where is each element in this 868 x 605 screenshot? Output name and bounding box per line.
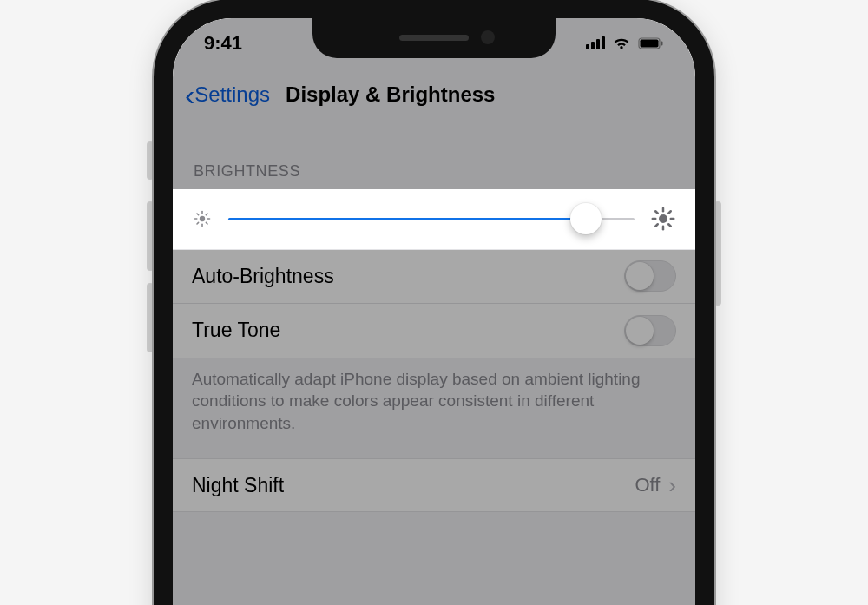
auto-brightness-toggle[interactable] xyxy=(624,260,676,292)
chevron-right-icon: › xyxy=(668,472,676,499)
battery-icon xyxy=(638,37,664,49)
svg-line-8 xyxy=(197,214,199,215)
svg-line-18 xyxy=(668,224,671,227)
auto-brightness-row[interactable]: Auto-Brightness xyxy=(173,250,695,304)
speaker-slot xyxy=(399,35,469,41)
svg-rect-2 xyxy=(661,41,663,45)
chevron-left-icon: ‹ xyxy=(185,80,194,109)
back-label: Settings xyxy=(194,82,270,107)
volume-up-button xyxy=(147,201,154,271)
svg-line-20 xyxy=(668,211,671,214)
svg-rect-1 xyxy=(641,39,659,47)
brightness-section-header: BRIGHTNESS xyxy=(173,122,695,189)
power-button xyxy=(714,201,721,306)
svg-line-17 xyxy=(655,211,658,214)
true-tone-footer: Automatically adapt iPhone display based… xyxy=(173,358,695,459)
status-right xyxy=(586,36,664,50)
slider-thumb[interactable] xyxy=(570,203,602,234)
auto-brightness-label: Auto-Brightness xyxy=(192,265,334,288)
svg-point-12 xyxy=(659,214,667,223)
notch xyxy=(312,18,556,58)
true-tone-row[interactable]: True Tone xyxy=(173,304,695,358)
cellular-signal-icon xyxy=(586,36,605,49)
back-button[interactable]: ‹ Settings xyxy=(185,80,270,109)
slider-fill xyxy=(228,218,586,220)
true-tone-label: True Tone xyxy=(192,319,280,342)
front-camera xyxy=(481,30,495,44)
svg-line-11 xyxy=(206,214,207,215)
svg-line-19 xyxy=(655,224,658,227)
status-time: 9:41 xyxy=(204,32,242,55)
svg-line-10 xyxy=(197,222,199,224)
brightness-slider[interactable] xyxy=(228,218,635,220)
night-shift-label: Night Shift xyxy=(192,474,284,497)
wifi-icon xyxy=(612,36,631,50)
night-shift-value: Off xyxy=(635,474,660,496)
nav-bar: ‹ Settings Display & Brightness xyxy=(173,69,695,122)
brightness-high-icon xyxy=(650,206,676,232)
screen: 9:41 ‹ Settings Display & Brightness xyxy=(173,18,695,606)
volume-down-button xyxy=(147,283,154,352)
true-tone-toggle[interactable] xyxy=(624,315,676,346)
brightness-low-icon xyxy=(192,208,213,229)
phone-frame: 9:41 ‹ Settings Display & Brightness xyxy=(154,0,714,605)
svg-point-3 xyxy=(200,216,205,221)
night-shift-row[interactable]: Night Shift Off › xyxy=(173,458,695,512)
mute-switch xyxy=(147,141,154,180)
brightness-slider-row[interactable] xyxy=(173,189,695,250)
page-title: Display & Brightness xyxy=(286,82,495,107)
svg-line-9 xyxy=(206,222,207,224)
